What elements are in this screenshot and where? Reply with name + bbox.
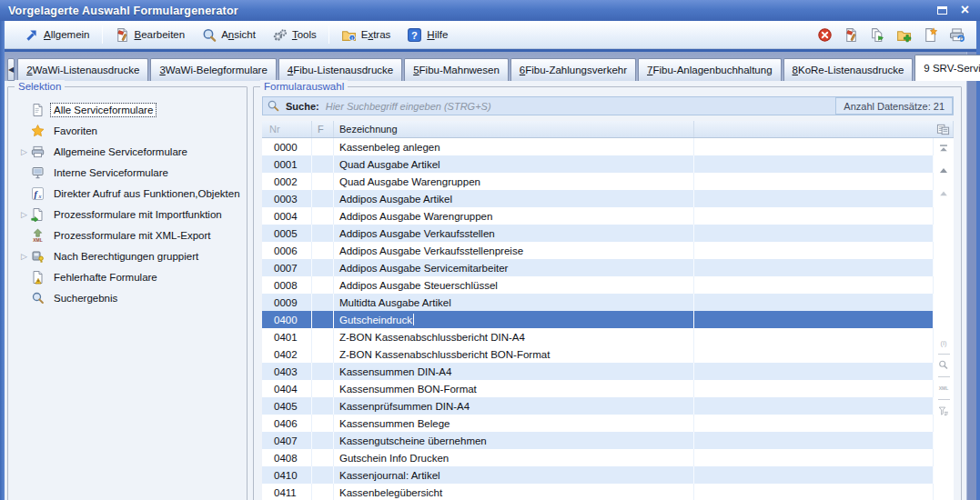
tab-7-fibu-anlagenbuchhaltung[interactable]: 7 Fibu-Anlagenbuchhaltung	[638, 58, 781, 81]
strip-separator	[938, 399, 950, 400]
row-f	[312, 363, 334, 380]
expander-icon[interactable]: ▷	[18, 252, 30, 261]
menu-item-allgemein[interactable]: Allgemein	[15, 25, 98, 45]
column-header-bezeichnung[interactable]: Bezeichnung	[334, 121, 694, 137]
new-form-button[interactable]	[922, 26, 939, 44]
xml-icon[interactable]: XML	[937, 382, 950, 395]
expander-icon[interactable]: ▷	[18, 147, 30, 156]
column-header-f[interactable]: F	[312, 121, 334, 137]
menu-item-extras[interactable]: iExtras	[333, 25, 399, 45]
menu-item-tools[interactable]: Tools	[264, 25, 325, 45]
table-row[interactable]: 0002Quad Ausgabe Warengruppen	[262, 173, 934, 190]
row-bezeichnung: Quad Ausgabe Warengruppen	[334, 173, 694, 190]
print-button[interactable]	[948, 26, 965, 44]
sidebar-item-direkter-aufruf-aus-funktionen-objekten[interactable]: fxDirekter Aufruf aus Funktionen,Objekte…	[12, 183, 243, 204]
table-row[interactable]: 0400Gutscheindruck	[262, 311, 934, 328]
svg-text:?: ?	[411, 29, 418, 40]
menu-item-ansicht[interactable]: Ansicht	[193, 25, 264, 45]
tab-2-wawi-listenausdrucke[interactable]: 2 WaWi-Listenausdrucke	[17, 58, 148, 81]
scroll-top-icon[interactable]	[937, 143, 950, 155]
row-spacer	[694, 415, 934, 432]
row-bezeichnung: Gutschein Info Drucken	[334, 449, 694, 466]
table-row[interactable]: 0005Addipos Ausgabe Verkaufsstellen	[262, 225, 934, 242]
table-row[interactable]: 0003Addipos Ausgabe Artikel	[262, 190, 934, 207]
sidebar-item-alle-serviceformulare[interactable]: Alle Serviceformulare	[12, 99, 243, 120]
column-chooser-icon[interactable]	[936, 123, 950, 136]
menu-item-bearbeiten[interactable]: Bearbeiten	[106, 25, 194, 45]
row-f	[312, 225, 334, 242]
autofit-icon[interactable]: (I)	[937, 336, 950, 349]
row-spacer	[694, 380, 934, 397]
sidebar-item-suchergebnis[interactable]: Suchergebnis	[12, 287, 243, 308]
row-f	[312, 207, 334, 225]
tab-8-kore-listenausdrucke[interactable]: 8 KoRe-Listenausdrucke	[783, 58, 914, 81]
table-row[interactable]: 0006Addipos Ausgabe Verkaufsstellenpreis…	[262, 242, 934, 259]
tab-scroll-left-button[interactable]: ◀	[7, 58, 15, 81]
expander-icon[interactable]: ▷	[18, 210, 30, 219]
table-row[interactable]: 0000Kassenbeleg anlegen	[262, 138, 934, 155]
table-row[interactable]: 0009Multidta Ausgabe Artikel	[262, 294, 934, 311]
table-row[interactable]: 0402Z-BON Kassenabschlussbericht BON-For…	[262, 345, 934, 363]
sidebar-item-fehlerhafte-formulare[interactable]: Fehlerhafte Formulare	[12, 266, 243, 287]
sidebar-item-prozessformulare-mit-importfunktion[interactable]: ▷Prozessformulare mit Importfunktion	[12, 204, 243, 225]
row-f	[312, 484, 334, 500]
maximize-button[interactable]	[935, 4, 949, 16]
table-row[interactable]: 0001Quad Ausgabe Artikel	[262, 155, 934, 173]
row-bezeichnung: Kassenbeleg anlegen	[334, 138, 694, 155]
row-f	[312, 432, 334, 449]
menu-item-hilfe[interactable]: ?Hilfe	[399, 25, 456, 45]
table-row[interactable]: 0406Kassensummen Belege	[262, 415, 934, 432]
sidebar-item-nach-berechtigungen-gruppiert[interactable]: ▷Nach Berechtigungen gruppiert	[12, 245, 243, 266]
sidebar-item-prozessformulare-mit-xml-export[interactable]: XMLProzessformulare mit XML-Export	[12, 225, 243, 245]
form-table: Nr F Bezeichnung 0000Kassenbeleg anlegen…	[262, 121, 954, 500]
close-button[interactable]: ×	[958, 4, 972, 16]
row-spacer	[694, 345, 934, 363]
row-f	[312, 155, 334, 173]
tab-9-srv-serviceformulare[interactable]: 9 SRV-Serviceformulare	[914, 55, 980, 81]
page-up-icon[interactable]	[937, 165, 950, 178]
formularauswahl-legend: Formularauswahl	[260, 80, 348, 93]
row-nr: 0411	[262, 484, 312, 500]
xml-export-icon: XML	[30, 228, 45, 243]
filter-icon[interactable]	[937, 405, 950, 417]
row-nr: 0407	[262, 432, 312, 449]
row-f	[312, 138, 334, 155]
table-row[interactable]: 0410Kassenjournal: Artikel	[262, 466, 934, 484]
row-nr: 0405	[262, 397, 312, 415]
add-folder-button[interactable]	[895, 26, 913, 44]
abort-button[interactable]	[816, 26, 834, 44]
table-row[interactable]: 0007Addipos Ausgabe Servicemitarbeiter	[262, 259, 934, 276]
tab-3-wawi-belegformulare[interactable]: 3 WaWi-Belegformulare	[150, 58, 276, 81]
sidebar-item-favoriten[interactable]: Favoriten	[12, 120, 243, 141]
table-row[interactable]: 0405Kassenprüfsummen DIN-A4	[262, 397, 934, 415]
tab-4-fibu-listenausdrucke[interactable]: 4 Fibu-Listenausdrucke	[278, 58, 402, 81]
row-f	[312, 190, 334, 207]
step-up-icon[interactable]	[937, 188, 950, 201]
table-row[interactable]: 0004Addipos Ausgabe Warengruppen	[262, 207, 934, 225]
copy-form-button[interactable]	[869, 26, 886, 44]
document-icon	[30, 103, 45, 117]
hammer-doc-button[interactable]	[843, 26, 860, 44]
sidebar-item-allgemeine-serviceformulare[interactable]: ▷Allgemeine Serviceformulare	[12, 141, 243, 162]
column-header-nr[interactable]: Nr	[262, 121, 312, 137]
selektion-tree: Alle ServiceformulareFavoriten▷Allgemein…	[12, 99, 243, 308]
search-input[interactable]: Suche: Hier Suchbegriff eingeben (STRG+S…	[262, 96, 954, 115]
tree-item-label: Alle Serviceformulare	[51, 104, 156, 116]
table-row[interactable]: 0407Kassengutscheine übernehmen	[262, 432, 934, 449]
table-row[interactable]: 0403Kassensummen DIN-A4	[262, 363, 934, 380]
menu-separator	[102, 25, 103, 44]
table-row[interactable]: 0404Kassensummen BON-Format	[262, 380, 934, 397]
table-row[interactable]: 0401Z-BON Kassenabschlussbericht DIN-A4	[262, 328, 934, 345]
print-icon	[949, 27, 965, 43]
table-row[interactable]: 0411Kassenbelegübersicht	[262, 484, 934, 500]
sidebar-item-interne-serviceformulare[interactable]: Interne Serviceformulare	[12, 162, 243, 183]
tree-item-label: Fehlerhafte Formulare	[51, 271, 160, 284]
table-row[interactable]: 0408Gutschein Info Drucken	[262, 449, 934, 466]
row-spacer	[694, 138, 934, 155]
table-row[interactable]: 0008Addipos Ausgabe Steuerschlüssel	[262, 276, 934, 294]
chevron-left-icon: ◀	[8, 65, 14, 74]
formulargenerator-window: Vorgelagerte Auswahl Formulargenerator ×…	[0, 0, 980, 500]
tab-5-fibu-mahnwesen[interactable]: 5 Fibu-Mahnwesen	[404, 58, 509, 81]
zoom-icon[interactable]	[937, 359, 950, 372]
tab-6-fibu-zahlungsverkehr[interactable]: 6 Fibu-Zahlungsverkehr	[510, 58, 636, 81]
